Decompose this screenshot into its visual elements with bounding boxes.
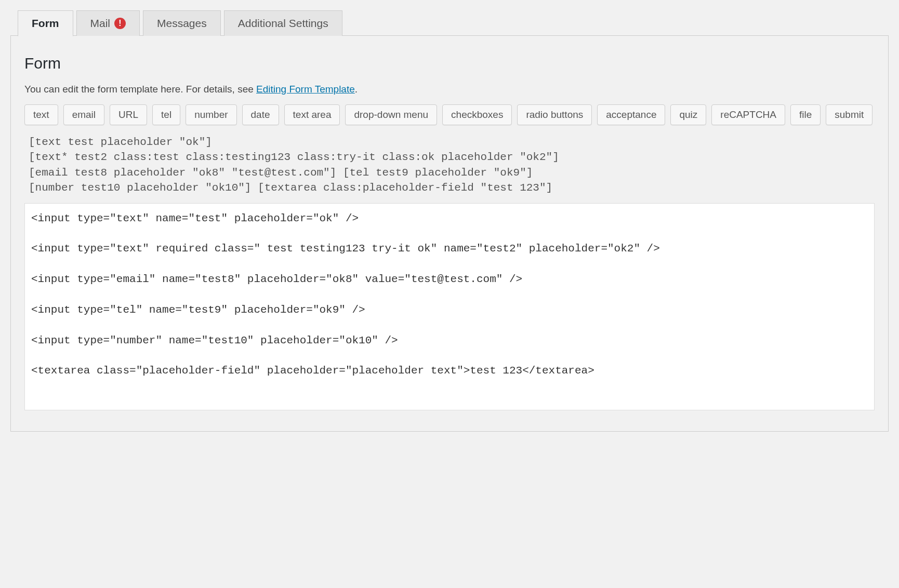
tab-messages-label: Messages	[157, 17, 207, 30]
tag-button-submit[interactable]: submit	[826, 104, 872, 125]
tag-button-text-area[interactable]: text area	[284, 104, 340, 125]
tab-form[interactable]: Form	[18, 10, 73, 36]
tag-generator-row: textemailURLtelnumberdatetext areadrop-d…	[24, 104, 875, 125]
tag-button-radio-buttons[interactable]: radio buttons	[517, 104, 592, 125]
tag-button-url[interactable]: URL	[110, 104, 147, 125]
tag-button-email[interactable]: email	[63, 104, 104, 125]
tab-mail-label: Mail	[90, 17, 111, 30]
tag-button-recaptcha[interactable]: reCAPTCHA	[711, 104, 785, 125]
html-output-area[interactable]: <input type="text" name="test" placehold…	[24, 203, 875, 410]
intro-link[interactable]: Editing Form Template	[256, 84, 355, 95]
shortcode-area[interactable]: [text test placeholder "ok"] [text* test…	[24, 132, 875, 203]
intro-text: You can edit the form template here. For…	[24, 84, 875, 95]
tab-bar: Form Mail ! Messages Additional Settings	[18, 10, 889, 36]
tag-button-acceptance[interactable]: acceptance	[597, 104, 665, 125]
tag-button-tel[interactable]: tel	[152, 104, 180, 125]
tag-button-quiz[interactable]: quiz	[670, 104, 706, 125]
section-title: Form	[24, 55, 875, 72]
intro-prefix: You can edit the form template here. For…	[24, 84, 256, 95]
tag-button-text[interactable]: text	[24, 104, 58, 125]
tab-additional-label: Additional Settings	[238, 17, 328, 30]
alert-icon: !	[114, 18, 126, 29]
tag-button-date[interactable]: date	[242, 104, 279, 125]
tab-messages[interactable]: Messages	[143, 10, 221, 36]
tag-button-checkboxes[interactable]: checkboxes	[442, 104, 512, 125]
tab-form-label: Form	[32, 17, 59, 30]
tag-button-file[interactable]: file	[790, 104, 821, 125]
tab-mail[interactable]: Mail !	[76, 10, 140, 36]
intro-suffix: .	[355, 84, 358, 95]
tag-button-drop-down-menu[interactable]: drop-down menu	[345, 104, 437, 125]
tag-button-number[interactable]: number	[186, 104, 236, 125]
tab-additional-settings[interactable]: Additional Settings	[224, 10, 342, 36]
form-panel: Form You can edit the form template here…	[10, 35, 889, 432]
